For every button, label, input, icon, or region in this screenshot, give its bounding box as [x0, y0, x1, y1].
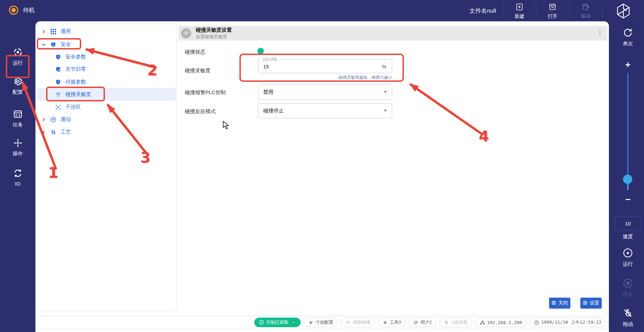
task-window-icon: [13, 109, 23, 120]
user-pill[interactable]: 用户2: [409, 318, 436, 327]
chevron-down-icon: [42, 43, 47, 47]
sidebar-item-operate[interactable]: 操作: [0, 138, 35, 160]
clear-collision-pill[interactable]: 清除碰撞: [341, 318, 375, 327]
chevron-down-icon: [384, 110, 387, 112]
speed-value-box[interactable]: 10: [614, 217, 641, 230]
usb-mount-pill[interactable]: U盘挂载: [439, 318, 472, 327]
tree-item-interference-zone[interactable]: 干涉区: [37, 101, 176, 113]
robot-status-label: 待机: [23, 6, 35, 14]
app-logo-icon: [606, 2, 641, 20]
sensitivity-value: 15: [263, 64, 382, 69]
collision-status-indicator: [257, 48, 264, 54]
shield-icon: [50, 41, 57, 48]
tree-item-collision-sensitivity[interactable]: 碰撞灵敏度: [37, 88, 176, 101]
topbar-divider: [536, 3, 536, 19]
grid-icon: [50, 28, 57, 35]
tree-item-process[interactable]: 工艺: [37, 126, 176, 139]
speed-slider-track[interactable]: [627, 73, 629, 190]
save-file-button[interactable]: 保存: [571, 2, 601, 20]
open-file-button[interactable]: 打开: [538, 2, 567, 20]
stop-circle-icon: [623, 278, 633, 290]
drag-button[interactable]: 拖动: [612, 308, 644, 328]
plc-control-label: 碰撞报警PLC控制: [185, 89, 226, 96]
gear-icon: [13, 77, 23, 88]
top-bar: 待机 文件名null 新建 打开 保存: [0, 0, 644, 21]
svg-text:i: i: [58, 55, 58, 58]
sidebar-item-io[interactable]: IO: [0, 168, 35, 190]
reaction-mode-label: 碰撞反应模式: [185, 108, 216, 115]
sensitivity-unit: %: [382, 64, 386, 69]
stop-button[interactable]: 停止: [612, 278, 644, 298]
status-bar: 控制已获取 寸动配置 清除碰撞 工具0 用户2 U盘挂载 192.168.1.2…: [37, 316, 609, 329]
open-file-icon: [548, 3, 557, 12]
single-cycle-icon: [623, 27, 633, 39]
wifi-icon: [345, 320, 351, 325]
panel-wifi-icon: [181, 28, 191, 38]
broadcast-icon: [50, 116, 57, 123]
save-file-icon: [582, 3, 590, 12]
wifi-icon: [55, 91, 62, 98]
chevron-right-icon: [42, 118, 47, 122]
datetime-pill[interactable]: 1999/11/30 上午12:59:22: [529, 318, 606, 327]
tree-item-joint-zero[interactable]: 关节归零: [37, 63, 176, 76]
sensitivity-range-hint: [10,100]: [261, 57, 279, 61]
close-button[interactable]: 关闭: [549, 298, 570, 309]
shield-info-icon: i: [55, 79, 62, 85]
plc-control-select[interactable]: 禁用: [258, 85, 392, 100]
sidebar-item-task[interactable]: 任务: [0, 109, 35, 131]
sidebar-item-run[interactable]: 运行: [0, 47, 35, 69]
sliders-icon: [50, 129, 57, 135]
save-disk-icon: [551, 300, 556, 306]
speed-slider-thumb[interactable]: [623, 175, 632, 184]
speed-increase-button[interactable]: +: [612, 60, 644, 69]
tree-item-safety[interactable]: 安全: [37, 38, 176, 51]
topbar-divider: [503, 3, 503, 19]
network-icon: [480, 320, 485, 325]
move-arrows-icon: [13, 138, 23, 149]
topbar-divider: [602, 3, 603, 19]
jog-icon: [383, 320, 388, 325]
speed-label: 速度: [612, 233, 644, 240]
ip-pill[interactable]: 192.168.1.200: [475, 318, 527, 327]
usb-icon: [444, 320, 449, 325]
control-acquired-pill[interactable]: 控制已获取: [254, 318, 301, 327]
single-cycle-button[interactable]: 单次: [612, 27, 644, 47]
new-file-button[interactable]: 新建: [505, 2, 534, 20]
run-target-icon: [13, 47, 23, 58]
chevron-down-icon: [384, 91, 387, 93]
io-cycle-icon: [13, 168, 23, 179]
page-subtitle: 设置碰撞灵敏度: [196, 34, 232, 40]
mouse-cursor: [223, 121, 230, 130]
sensitivity-input[interactable]: [10,100] 15 %: [258, 59, 392, 73]
shield-lock-icon: [55, 66, 62, 73]
scan-zone-icon: [55, 104, 62, 110]
set-button[interactable]: 设置: [580, 298, 602, 309]
jog-icon: [308, 320, 313, 325]
chevron-right-icon: [42, 130, 47, 134]
tree-item-general[interactable]: 通用: [37, 25, 176, 38]
save-disk-icon: [583, 300, 588, 306]
page-title: 碰撞灵敏度设置: [196, 27, 232, 33]
tree-item-servo-params[interactable]: i 伺服参数: [37, 76, 176, 88]
reaction-mode-value: 碰撞停止: [263, 108, 384, 114]
status-indicator-icon: [9, 5, 18, 15]
kebab-menu-icon[interactable]: ⋮: [597, 29, 603, 36]
play-circle-icon: [623, 248, 633, 259]
svg-text:i: i: [58, 80, 58, 84]
reaction-mode-select[interactable]: 碰撞停止: [258, 103, 392, 118]
tool-pill[interactable]: 工具0: [378, 318, 406, 327]
new-file-icon: [515, 3, 524, 12]
close-circle-icon[interactable]: [291, 320, 296, 325]
sidebar-item-config[interactable]: 配置: [0, 77, 35, 99]
rotate-icon: [413, 320, 418, 325]
plc-control-value: 禁用: [263, 89, 384, 96]
tree-item-safety-params[interactable]: i 安全参数: [37, 51, 176, 63]
left-sidebar: 运行 配置 任务 操作: [0, 21, 35, 332]
tree-item-communication[interactable]: 通信: [37, 113, 176, 126]
drag-hand-icon: [623, 308, 633, 320]
sensitivity-helper-text: 碰撞灵敏度越低，碰撞力越小: [258, 75, 392, 80]
jog-config-pill[interactable]: 寸动配置: [304, 318, 338, 327]
run-button[interactable]: 运行: [612, 248, 644, 267]
speed-decrease-button[interactable]: −: [612, 195, 644, 204]
panel-header: 碰撞灵敏度设置 设置碰撞灵敏度 ⋮: [179, 26, 608, 41]
